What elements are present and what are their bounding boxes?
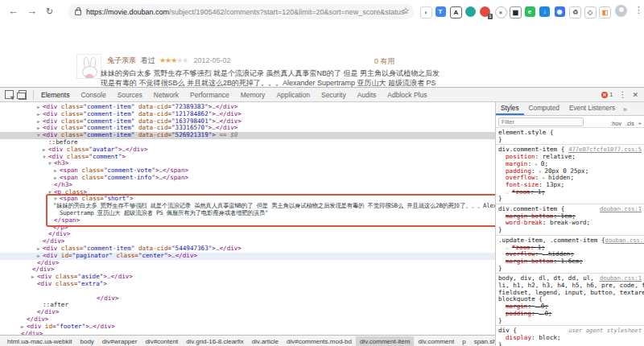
inspect-element-icon[interactable] [5,90,14,99]
bookmark-star-icon[interactable]: ☆ [402,6,410,16]
dom-tree-row[interactable]: Supertramp 亚历山大 超级流浪者 PS 佩服所有为了电影瘦身或者增肥的… [0,210,495,217]
css-property[interactable]: margin-bottom: 1.6em; [498,258,642,266]
dom-tree-row[interactable]: </div> [0,266,495,274]
dom-tree-row[interactable]: </div> [0,260,495,267]
dom-tree-row[interactable]: "妹妹的旁白太多 荒野生存不够强烈 就是个流浪记录 虽然真人真事蛮NB的了 但是… [0,203,495,210]
styles-tab-computed[interactable]: Computed [524,102,564,115]
browser-menu-icon[interactable]: ⋮ [634,5,643,15]
extension-moon-circle[interactable]: ◐ [420,6,432,19]
reload-button[interactable]: ↻ [46,5,53,18]
styles-tab-styles[interactable]: Styles [496,102,524,115]
expand-arrow-open[interactable]: ▼ [48,160,54,167]
devtools-tab-memory[interactable]: Memory [235,89,271,101]
forward-button[interactable]: → [27,5,37,18]
dom-tree-row[interactable]: ::before [0,139,495,146]
style-rule[interactable]: body, div, dl, dt, dd, ul,douban.css:1li… [496,274,644,326]
useful-count[interactable]: 0 有用 [374,56,395,67]
dom-tree-row[interactable]: ▼<span class="short"> [0,196,495,203]
expand-arrow-closed[interactable]: ▶ [37,253,43,260]
devtools-tab-elements[interactable]: Elements [35,89,75,101]
devtools-tab-application[interactable]: Application [270,89,316,101]
dom-tree-row[interactable]: </div> [0,231,495,238]
dom-tree-row[interactable]: ▼<h3> [0,160,495,167]
styles-filter-input[interactable] [498,117,584,126]
dom-tree-row[interactable]: </div> [0,316,495,323]
styles-tab-event-listeners[interactable]: Event Listeners [564,102,620,115]
dom-tree-row[interactable]: ▶<div class="comment-item" data-cid="544… [0,245,495,253]
extension-qr-code[interactable]: ▦ [510,6,522,19]
breadcrumb-item[interactable]: div#content [141,336,182,346]
devtools-tab-adblock-plus[interactable]: Adblock Plus [382,89,432,101]
devtools-close-icon[interactable]: ✕ [632,91,638,99]
style-rule[interactable]: div.comment-item {477e07cfcfe1077.css:5p… [496,145,644,204]
styles-toggle-[interactable]: + [638,120,642,127]
dom-tree-row[interactable]: ▶<div id="paginator" class="center">…</d… [0,253,495,260]
extension-evernote[interactable]: e [525,6,535,17]
extension-translate[interactable]: T [436,6,446,17]
breadcrumb-item[interactable]: p [458,336,469,346]
dom-tree-row[interactable]: ▶<div class="comment-item" data-cid="163… [0,118,495,126]
extension-pin[interactable]: ● [495,6,507,19]
breadcrumb-item[interactable]: div.comment [414,336,458,346]
expand-arrow-closed[interactable]: ▶ [54,167,60,175]
expand-arrow-closed[interactable]: ▶ [37,104,43,111]
css-property[interactable]: display: block; [498,335,642,342]
dom-tree-row[interactable]: </div> [0,295,495,303]
dom-tree-row[interactable]: ▶<div id="footer">…</div> [0,323,495,331]
expand-arrow-closed[interactable]: ▶ [37,245,43,253]
dom-tree-row[interactable]: </div> [0,238,495,245]
devtools-tab-audits[interactable]: Audits [352,89,382,101]
stylesheet-link[interactable]: user agent stylesheet [568,327,642,335]
dom-tree-row[interactable]: </div> [0,331,495,336]
breadcrumb-item[interactable]: div#wrapper [98,336,142,346]
expand-arrow-open[interactable]: ▼ [37,132,43,139]
expand-arrow-closed[interactable]: ▶ [54,175,60,182]
devtools-tab-sources[interactable]: Sources [112,89,148,101]
dom-tree-row[interactable]: ▶<div class="comment-item" data-cid="121… [0,111,495,118]
device-toolbar-icon[interactable] [19,90,27,100]
devtools-tab-performance[interactable]: Performance [184,89,235,101]
stylesheet-link[interactable]: 477e07cfcfe1077.css:5 [568,146,642,154]
devtools-tab-security[interactable]: Security [316,89,352,101]
style-rule[interactable]: div {user agent stylesheetdisplay: block… [496,326,644,346]
dom-tree-row[interactable]: <div class="extra"> [0,281,495,288]
breadcrumb-item[interactable]: div.grid-16-8.clearfix [182,336,247,346]
dom-tree-row[interactable]: ▶<div class="aside">…</div> [0,274,495,281]
style-rule[interactable]: element.style {} [496,128,644,145]
devtools-tab-console[interactable]: Console [75,89,111,101]
dom-tree-row[interactable]: </p> [0,224,495,232]
devtools-tab-network[interactable]: Network [148,89,184,101]
comment-username-link[interactable]: 兔子亲亲 [107,56,136,66]
expand-arrow-closed[interactable]: ▶ [31,274,37,281]
breadcrumb-item[interactable]: div.article [248,336,283,346]
expand-arrow-closed[interactable]: ▶ [37,125,43,132]
extension-orange-folder[interactable]: ◧ [599,6,611,19]
devtools-menu-icon[interactable]: ⋮ [618,90,626,99]
dom-tree-row[interactable]: ▼<div class="comment"> [0,154,495,161]
dom-tree-row[interactable]: ▶<div class="comment-item" data-cid="723… [0,104,495,111]
extension-red-circle[interactable]: 1 [480,6,490,17]
dom-tree-row[interactable]: ▼<p class> [0,189,495,196]
css-property[interactable]: word-break: break-word; [498,220,642,227]
extension-a-box[interactable]: A [450,6,462,19]
styles-toggle-cls[interactable]: .cls [625,120,634,127]
extension-camera[interactable]: ◉ [555,6,565,17]
browser-profile-avatar[interactable] [615,5,627,17]
dom-tree-row[interactable]: ▶<span class="comment-vote">…</span> [0,167,495,175]
breadcrumb-item[interactable]: div.comment-item [356,336,415,346]
css-property[interactable]: padding: ▸ 0; [498,311,642,318]
extension-shield[interactable]: ◇ [584,6,597,19]
extension-teal-circle[interactable] [465,6,476,17]
dom-tree-row[interactable]: ▶<div class="comment-item" data-cid="333… [0,125,495,132]
breadcrumb-item[interactable]: span.short [470,336,495,346]
expand-arrow-open[interactable]: ▼ [48,189,54,196]
dom-tree-row[interactable]: </h3> [0,182,495,189]
css-property[interactable]: ⚠ *zoom: 1; [498,189,642,196]
expand-arrow-closed[interactable]: ▶ [21,323,27,331]
extension-downloader[interactable]: ↓ [539,6,550,17]
dom-tree-row[interactable]: ▶<span class="comment-info">…</span> [0,175,495,182]
dom-tree-row[interactable]: ::after [0,302,495,309]
styles-tabs-overflow-icon[interactable]: » [620,104,630,115]
back-button[interactable]: ← [8,5,19,18]
url-bar[interactable]: https://movie.douban.com/subject/1905462… [68,4,414,19]
